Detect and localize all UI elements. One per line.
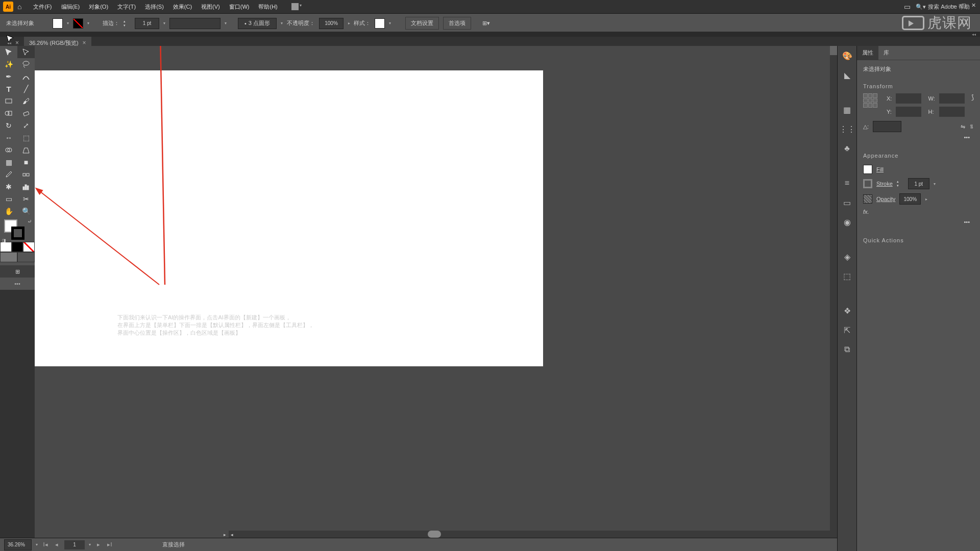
blend-tool[interactable] [17,168,35,181]
menu-file[interactable]: 文件(F) [29,3,56,11]
stroke-color-swatch[interactable] [863,179,872,188]
lasso-tool[interactable] [17,58,35,70]
width-tool[interactable]: ↔ [0,132,17,144]
menu-window[interactable]: 窗口(W) [225,3,254,11]
more-tools[interactable]: ••• [0,278,35,290]
menu-edit[interactable]: 编辑(E) [57,3,85,11]
mesh-tool[interactable]: ▦ [0,156,17,168]
line-tool[interactable]: ╱ [17,83,35,95]
workspace-switcher[interactable]: ▾ [291,3,302,10]
symbol-sprayer-tool[interactable]: ✱ [0,181,17,193]
last-artboard-button[interactable]: ▸I [106,541,113,548]
variable-width-profile[interactable]: •3 点圆形 [238,18,277,29]
hand-tool[interactable]: ✋ [0,205,17,217]
selection-tool[interactable] [0,46,17,58]
slice-tool[interactable]: ✂ [17,193,35,205]
menu-effect[interactable]: 效果(C) [168,3,197,11]
first-artboard-button[interactable]: I◂ [42,541,49,548]
menu-select[interactable]: 选择(S) [140,3,168,11]
curvature-tool[interactable] [17,70,35,83]
stroke-panel-icon[interactable]: ≡ [842,178,853,189]
next-artboard-button[interactable]: ▸ [95,541,102,548]
transform-h-input[interactable] [939,107,965,117]
brush-definition[interactable] [169,18,220,29]
pen-tool[interactable]: ✒ [0,70,17,83]
column-graph-tool[interactable] [17,181,35,193]
scale-tool[interactable]: ⤢ [17,119,35,132]
workspace[interactable]: 下面我们来认识一下AI的操作界面，点击AI界面的【新建】一个画板， 在界面上方是… [35,46,837,538]
type-tool[interactable]: T [0,83,17,95]
color-panel-icon[interactable]: 🎨 [842,50,853,61]
screen-mode-row[interactable] [0,252,35,262]
opacity-input[interactable] [319,18,344,29]
menu-object[interactable]: 对象(O) [84,3,113,11]
arrange-docs-icon[interactable]: ▭ [904,3,911,11]
brushes-panel-icon[interactable]: ⋮⋮ [842,123,853,135]
tab-properties[interactable]: 属性 [857,46,878,60]
symbols-panel-icon[interactable]: ♣ [842,143,853,154]
asset-export-panel-icon[interactable]: ⇱ [842,324,853,336]
home-icon[interactable]: ⌂ [17,3,21,11]
tab-libraries[interactable]: 库 [878,46,894,60]
menu-view[interactable]: 视图(V) [197,3,225,11]
transform-y-input[interactable] [896,107,921,117]
rotate-tool[interactable]: ↻ [0,119,17,132]
shape-builder-tool[interactable] [0,144,17,156]
fill-color-swatch[interactable] [863,165,872,174]
eraser-tool[interactable] [17,107,35,119]
rotate-input[interactable] [873,121,901,132]
close-icon[interactable]: × [83,39,86,46]
artboards-panel-icon[interactable]: ⧉ [842,344,853,355]
color-guide-panel-icon[interactable]: ◣ [842,69,853,81]
swatches-panel-icon[interactable]: ▦ [842,104,853,115]
layers-panel-icon[interactable]: ❖ [842,305,853,316]
maximize-button[interactable]: ▢ [961,2,966,9]
shaper-tool[interactable] [0,107,17,119]
close-button[interactable]: ✕ [971,2,976,9]
stroke-spinner[interactable]: ▴▾ [124,18,131,29]
transform-w-input[interactable] [939,93,965,104]
appearance-panel-icon[interactable]: ◈ [842,251,853,262]
fill-stroke-proxy[interactable]: ⤾ ◨ [0,217,35,242]
eyedropper-tool[interactable] [0,168,17,181]
prev-artboard-button[interactable]: ◂ [53,541,60,548]
artboard-tool[interactable]: ▭ [0,193,17,205]
close-icon[interactable]: × [15,39,19,46]
stroke-weight-input[interactable] [135,18,159,29]
menu-type[interactable]: 文字(T) [113,3,140,11]
flip-h-icon[interactable]: ⇋ [961,123,965,130]
direct-selection-tool[interactable] [17,46,35,58]
gradient-panel-icon[interactable]: ▭ [842,197,853,208]
appearance-more[interactable]: ••• [863,217,974,227]
scrollbar-vertical[interactable] [830,46,837,538]
align-icon[interactable]: ⊞▾ [482,20,490,27]
graphic-styles-panel-icon[interactable]: ⬚ [842,270,853,282]
menu-help[interactable]: 帮助(H) [254,3,282,11]
free-transform-tool[interactable]: ⬚ [17,132,35,144]
fx-button[interactable]: fx. [863,209,869,215]
artboard-number-input[interactable] [64,540,85,549]
zoom-input[interactable] [4,539,32,550]
transform-x-input[interactable] [896,93,921,104]
color-mode-row[interactable] [0,242,35,252]
perspective-tool[interactable] [17,144,35,156]
style-swatch[interactable] [375,18,385,29]
transform-more[interactable]: ••• [863,132,974,142]
stroke-swatch[interactable] [73,18,83,29]
flip-v-icon[interactable]: ⥮ [969,123,974,130]
transparency-panel-icon[interactable]: ◉ [842,216,853,228]
rectangle-tool[interactable] [0,95,17,107]
preferences-button[interactable]: 首选项 [443,17,471,30]
edit-toolbar-button[interactable]: ⊞ [0,265,35,278]
fill-swatch[interactable] [53,18,63,29]
paintbrush-tool[interactable]: 🖌 [17,95,35,107]
doc-setup-button[interactable]: 文档设置 [405,17,439,30]
opacity-value-input[interactable] [899,193,921,205]
stroke-weight-input[interactable] [908,178,929,189]
link-wh-icon[interactable]: ⟆ [971,93,974,101]
minimize-button[interactable]: — [950,2,956,9]
scrollbar-horizontal[interactable] [229,531,830,538]
opacity-swatch[interactable] [863,194,872,204]
reference-point[interactable] [863,93,877,108]
magic-wand-tool[interactable]: ✨ [0,58,17,70]
